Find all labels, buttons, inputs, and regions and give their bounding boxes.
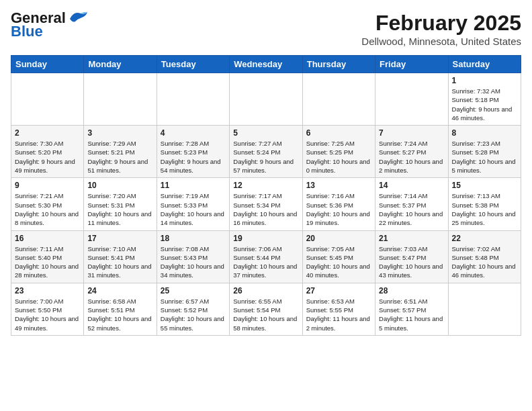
calendar-cell (84, 73, 157, 126)
calendar-cell (448, 283, 521, 335)
calendar-cell: 13Sunrise: 7:16 AM Sunset: 5:36 PM Dayli… (302, 178, 375, 230)
day-number: 1 (452, 76, 517, 85)
day-number: 23 (15, 286, 80, 295)
calendar-cell: 3Sunrise: 7:29 AM Sunset: 5:21 PM Daylig… (84, 126, 157, 178)
page-header: General Blue February 2025 Dellwood, Min… (11, 11, 521, 47)
day-info: Sunrise: 7:06 AM Sunset: 5:44 PM Dayligh… (233, 244, 298, 280)
calendar-cell: 4Sunrise: 7:28 AM Sunset: 5:23 PM Daylig… (157, 126, 229, 178)
day-info: Sunrise: 7:30 AM Sunset: 5:20 PM Dayligh… (15, 139, 80, 175)
day-number: 9 (15, 181, 80, 190)
day-info: Sunrise: 7:14 AM Sunset: 5:37 PM Dayligh… (379, 191, 444, 227)
day-number: 27 (306, 286, 371, 295)
day-info: Sunrise: 7:05 AM Sunset: 5:45 PM Dayligh… (306, 244, 371, 280)
day-info: Sunrise: 7:28 AM Sunset: 5:23 PM Dayligh… (161, 139, 226, 175)
calendar-cell: 12Sunrise: 7:17 AM Sunset: 5:34 PM Dayli… (230, 178, 302, 230)
day-number: 10 (87, 181, 152, 190)
day-number: 12 (233, 181, 298, 190)
day-info: Sunrise: 7:25 AM Sunset: 5:25 PM Dayligh… (306, 139, 371, 175)
weekday-header-thursday: Thursday (302, 56, 375, 73)
calendar-cell: 24Sunrise: 6:58 AM Sunset: 5:51 PM Dayli… (84, 283, 157, 335)
weekday-header-tuesday: Tuesday (157, 56, 229, 73)
calendar-cell: 1Sunrise: 7:32 AM Sunset: 5:18 PM Daylig… (448, 73, 521, 126)
main-title: February 2025 (361, 11, 521, 36)
weekday-header-wednesday: Wednesday (230, 56, 302, 73)
day-info: Sunrise: 6:58 AM Sunset: 5:51 PM Dayligh… (87, 297, 152, 332)
day-number: 28 (379, 286, 444, 295)
calendar-cell: 17Sunrise: 7:10 AM Sunset: 5:41 PM Dayli… (84, 230, 157, 283)
day-info: Sunrise: 6:57 AM Sunset: 5:52 PM Dayligh… (161, 297, 226, 332)
calendar-cell (230, 73, 302, 126)
day-info: Sunrise: 6:51 AM Sunset: 5:57 PM Dayligh… (379, 297, 444, 332)
calendar-cell: 14Sunrise: 7:14 AM Sunset: 5:37 PM Dayli… (375, 178, 448, 230)
week-row-2: 2Sunrise: 7:30 AM Sunset: 5:20 PM Daylig… (11, 126, 521, 178)
day-number: 11 (161, 181, 226, 190)
day-info: Sunrise: 7:11 AM Sunset: 5:40 PM Dayligh… (15, 244, 80, 280)
day-info: Sunrise: 7:23 AM Sunset: 5:28 PM Dayligh… (452, 139, 517, 175)
calendar-cell: 28Sunrise: 6:51 AM Sunset: 5:57 PM Dayli… (375, 283, 448, 335)
day-info: Sunrise: 7:24 AM Sunset: 5:27 PM Dayligh… (379, 139, 444, 175)
day-info: Sunrise: 7:20 AM Sunset: 5:31 PM Dayligh… (87, 191, 152, 227)
calendar-cell: 23Sunrise: 7:00 AM Sunset: 5:50 PM Dayli… (11, 283, 84, 335)
calendar-cell: 9Sunrise: 7:21 AM Sunset: 5:30 PM Daylig… (11, 178, 84, 230)
day-info: Sunrise: 7:21 AM Sunset: 5:30 PM Dayligh… (15, 191, 80, 227)
day-info: Sunrise: 7:10 AM Sunset: 5:41 PM Dayligh… (87, 244, 152, 280)
day-info: Sunrise: 7:03 AM Sunset: 5:47 PM Dayligh… (379, 244, 444, 280)
day-number: 26 (233, 286, 298, 295)
week-row-3: 9Sunrise: 7:21 AM Sunset: 5:30 PM Daylig… (11, 178, 521, 230)
day-number: 13 (306, 181, 371, 190)
calendar-cell: 26Sunrise: 6:55 AM Sunset: 5:54 PM Dayli… (230, 283, 302, 335)
calendar-cell: 16Sunrise: 7:11 AM Sunset: 5:40 PM Dayli… (11, 230, 84, 283)
day-number: 25 (161, 286, 226, 295)
calendar-cell: 5Sunrise: 7:27 AM Sunset: 5:24 PM Daylig… (230, 126, 302, 178)
calendar-cell: 10Sunrise: 7:20 AM Sunset: 5:31 PM Dayli… (84, 178, 157, 230)
title-block: February 2025 Dellwood, Minnesota, Unite… (361, 11, 521, 47)
calendar-cell: 21Sunrise: 7:03 AM Sunset: 5:47 PM Dayli… (375, 230, 448, 283)
weekday-header-saturday: Saturday (448, 56, 521, 73)
weekday-header-row: SundayMondayTuesdayWednesdayThursdayFrid… (11, 56, 521, 73)
day-number: 16 (15, 234, 80, 243)
day-number: 22 (452, 234, 517, 243)
day-number: 3 (87, 128, 152, 138)
day-info: Sunrise: 7:16 AM Sunset: 5:36 PM Dayligh… (306, 191, 371, 227)
day-number: 21 (379, 234, 444, 243)
weekday-header-friday: Friday (375, 56, 448, 73)
day-number: 4 (161, 128, 226, 138)
weekday-header-sunday: Sunday (11, 56, 84, 73)
day-number: 7 (379, 128, 444, 138)
calendar-cell (375, 73, 448, 126)
calendar-cell: 8Sunrise: 7:23 AM Sunset: 5:28 PM Daylig… (448, 126, 521, 178)
logo-blue-text: Blue (11, 24, 43, 39)
day-number: 18 (161, 234, 226, 243)
calendar-cell: 27Sunrise: 6:53 AM Sunset: 5:55 PM Dayli… (302, 283, 375, 335)
day-info: Sunrise: 7:17 AM Sunset: 5:34 PM Dayligh… (233, 191, 298, 227)
week-row-1: 1Sunrise: 7:32 AM Sunset: 5:18 PM Daylig… (11, 73, 521, 126)
day-number: 17 (87, 234, 152, 243)
day-number: 24 (87, 286, 152, 295)
calendar-cell: 11Sunrise: 7:19 AM Sunset: 5:33 PM Dayli… (157, 178, 229, 230)
calendar-cell: 25Sunrise: 6:57 AM Sunset: 5:52 PM Dayli… (157, 283, 229, 335)
day-number: 5 (233, 128, 298, 138)
day-number: 2 (15, 128, 80, 138)
calendar-table: SundayMondayTuesdayWednesdayThursdayFrid… (11, 55, 521, 336)
calendar-cell: 19Sunrise: 7:06 AM Sunset: 5:44 PM Dayli… (230, 230, 302, 283)
calendar-cell (157, 73, 229, 126)
calendar-cell (302, 73, 375, 126)
calendar-cell (11, 73, 84, 126)
day-info: Sunrise: 6:53 AM Sunset: 5:55 PM Dayligh… (306, 297, 371, 332)
day-info: Sunrise: 6:55 AM Sunset: 5:54 PM Dayligh… (233, 297, 298, 332)
day-info: Sunrise: 7:29 AM Sunset: 5:21 PM Dayligh… (87, 139, 152, 175)
day-number: 14 (379, 181, 444, 190)
day-info: Sunrise: 7:08 AM Sunset: 5:43 PM Dayligh… (161, 244, 226, 280)
day-info: Sunrise: 7:27 AM Sunset: 5:24 PM Dayligh… (233, 139, 298, 175)
week-row-5: 23Sunrise: 7:00 AM Sunset: 5:50 PM Dayli… (11, 283, 521, 335)
weekday-header-monday: Monday (84, 56, 157, 73)
calendar-cell: 6Sunrise: 7:25 AM Sunset: 5:25 PM Daylig… (302, 126, 375, 178)
day-number: 15 (452, 181, 517, 190)
day-number: 6 (306, 128, 371, 138)
logo-bird-icon (67, 9, 89, 24)
calendar-cell: 20Sunrise: 7:05 AM Sunset: 5:45 PM Dayli… (302, 230, 375, 283)
day-number: 20 (306, 234, 371, 243)
week-row-4: 16Sunrise: 7:11 AM Sunset: 5:40 PM Dayli… (11, 230, 521, 283)
calendar-cell: 18Sunrise: 7:08 AM Sunset: 5:43 PM Dayli… (157, 230, 229, 283)
day-info: Sunrise: 7:00 AM Sunset: 5:50 PM Dayligh… (15, 297, 80, 332)
